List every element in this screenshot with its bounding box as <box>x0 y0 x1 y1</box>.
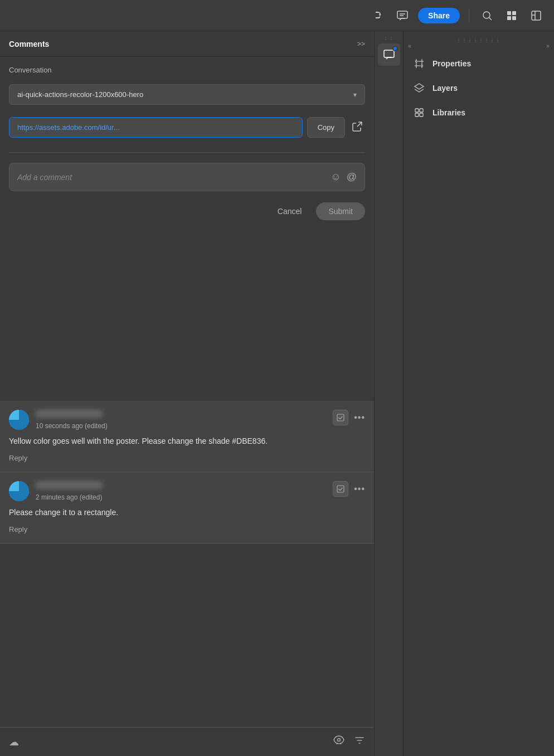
comments-body: Conversation ai-quick-actions-recolor-12… <box>0 57 374 401</box>
libraries-label: Libraries <box>432 108 465 117</box>
cloud-icon: ☁ <box>9 736 19 748</box>
comment-text: Please change it to a rectangle. <box>9 507 365 518</box>
username-blur <box>36 481 103 489</box>
svg-rect-12 <box>337 414 344 421</box>
list-item: 10 seconds ago (edited) ••• Yellow color… <box>0 401 374 472</box>
chat-icon[interactable] <box>393 7 411 25</box>
comment-meta: 2 minutes ago (edited) <box>36 481 326 501</box>
submit-button[interactable]: Submit <box>316 202 365 220</box>
conversation-dropdown[interactable]: ai-quick-actions-recolor-1200x600-hero ▾ <box>9 84 365 105</box>
toolbar-divider <box>469 9 469 22</box>
sidebar-item-comments[interactable] <box>378 43 400 66</box>
layers-label: Layers <box>432 84 458 93</box>
emoji-icon[interactable]: ☺ <box>331 171 341 183</box>
notification-dot <box>392 46 398 51</box>
drag-handle-right-top: ⋮⋮⋮⋮⋮⋮⋮⋮ <box>404 38 554 42</box>
beta-icon[interactable] <box>369 7 387 25</box>
svg-rect-0 <box>397 11 407 18</box>
libraries-icon <box>412 106 426 119</box>
svg-point-18 <box>421 65 423 67</box>
comment-actions: ••• <box>333 481 365 497</box>
mention-icon[interactable]: @ <box>347 171 357 183</box>
share-button[interactable]: Share <box>418 8 460 23</box>
properties-panel: ⋮⋮⋮⋮⋮⋮⋮⋮ « » <box>404 31 554 756</box>
avatar <box>9 410 29 430</box>
section-divider <box>9 152 365 153</box>
comment-text: Yellow color goes well with the poster. … <box>9 435 365 447</box>
properties-icon <box>412 57 426 70</box>
right-panel: ⋮⋮ ⋮⋮⋮⋮⋮⋮⋮⋮ « » <box>375 31 554 756</box>
panel-header-row: « » <box>404 42 554 51</box>
svg-rect-6 <box>512 11 516 15</box>
svg-rect-24 <box>415 109 419 112</box>
svg-rect-27 <box>420 113 423 117</box>
comment-icon-group: ☺ @ <box>331 171 357 183</box>
comments-panel: Comments >> Conversation ai-quick-action… <box>0 31 375 756</box>
comment-meta: 10 seconds ago (edited) <box>36 410 326 430</box>
toolbar: Share <box>0 0 554 31</box>
svg-rect-5 <box>507 11 511 15</box>
sidebar-item-properties[interactable]: Properties <box>404 51 554 76</box>
drag-dots: ⋮⋮⋮⋮⋮⋮⋮⋮ <box>456 38 501 43</box>
svg-point-3 <box>483 12 490 18</box>
grid-icon[interactable] <box>503 7 521 25</box>
resolve-icon[interactable] <box>333 410 348 425</box>
svg-point-16 <box>416 61 417 62</box>
more-icon[interactable]: ••• <box>354 484 365 494</box>
copy-button[interactable]: Copy <box>307 117 345 138</box>
expand-icon[interactable]: >> <box>357 40 365 48</box>
reply-button[interactable]: Reply <box>9 525 27 534</box>
sidebar-item-layers[interactable]: Layers <box>404 76 554 100</box>
properties-label: Properties <box>432 59 471 68</box>
action-buttons: Cancel Submit <box>9 200 365 225</box>
comment-actions: ••• <box>333 410 365 425</box>
conversation-value: ai-quick-actions-recolor-1200x600-hero <box>17 90 143 99</box>
svg-line-4 <box>489 17 492 20</box>
svg-point-14 <box>338 739 341 742</box>
cancel-button[interactable]: Cancel <box>269 202 311 220</box>
layout-icon[interactable] <box>527 7 545 25</box>
avatar <box>9 481 29 501</box>
chevron-down-icon: ▾ <box>353 91 357 99</box>
url-row: https://assets.adobe.com/id/ur... Copy <box>9 117 365 138</box>
add-comment-box[interactable]: Add a comment ☺ @ <box>9 163 365 191</box>
reply-button[interactable]: Reply <box>9 454 27 462</box>
comments-title: Comments <box>9 40 49 49</box>
add-comment-placeholder: Add a comment <box>17 173 331 182</box>
more-icon[interactable]: ••• <box>354 413 365 423</box>
svg-rect-13 <box>337 486 344 492</box>
comment-top: 2 minutes ago (edited) ••• <box>9 481 365 501</box>
svg-rect-7 <box>507 16 511 20</box>
conversation-label: Conversation <box>9 66 365 74</box>
comments-list: 10 seconds ago (edited) ••• Yellow color… <box>0 401 374 727</box>
comment-time: 2 minutes ago (edited) <box>36 493 326 501</box>
svg-rect-15 <box>384 50 394 57</box>
filter-icon[interactable] <box>354 735 365 749</box>
layers-icon <box>412 81 426 95</box>
comment-top: 10 seconds ago (edited) ••• <box>9 410 365 430</box>
drag-dots: ⋮⋮ <box>383 36 395 41</box>
list-item: 2 minutes ago (edited) ••• Please change… <box>0 472 374 544</box>
sidebar-item-libraries[interactable]: Libraries <box>404 100 554 125</box>
comments-header: Comments >> <box>0 31 374 57</box>
svg-rect-25 <box>415 113 419 117</box>
svg-rect-9 <box>532 11 541 20</box>
comments-footer: ☁ <box>0 727 374 756</box>
url-field: https://assets.adobe.com/id/ur... <box>9 117 303 138</box>
resolve-icon[interactable] <box>333 481 348 497</box>
footer-icons <box>333 735 365 749</box>
comment-time: 10 seconds ago (edited) <box>36 422 326 430</box>
search-icon[interactable] <box>478 7 496 25</box>
drag-handle-top: ⋮⋮ <box>383 36 395 40</box>
panel-chevron-right[interactable]: » <box>546 42 550 49</box>
panel-chevron-left[interactable]: « <box>408 42 411 49</box>
username-blur <box>36 410 103 418</box>
eye-chat-icon[interactable] <box>333 735 345 749</box>
sidebar-strip: ⋮⋮ <box>375 31 404 756</box>
share-link-icon[interactable] <box>349 119 365 137</box>
svg-rect-26 <box>420 109 423 112</box>
main-area: Comments >> Conversation ai-quick-action… <box>0 31 554 756</box>
svg-rect-8 <box>512 16 516 20</box>
